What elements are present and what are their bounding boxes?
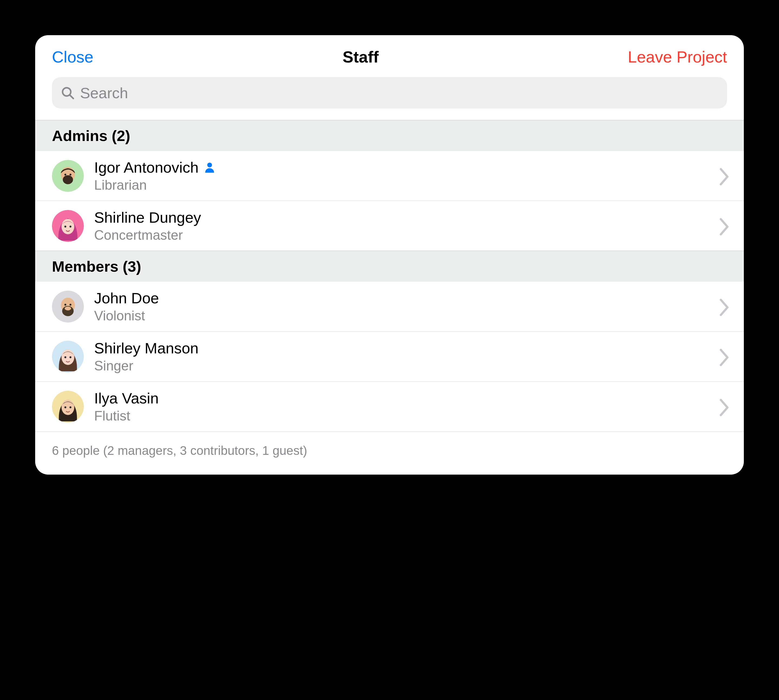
- search-input[interactable]: [80, 84, 719, 102]
- svg-point-5: [64, 173, 66, 175]
- list-item[interactable]: Shirline Dungey Concertmaster: [35, 200, 744, 250]
- avatar: [52, 391, 84, 423]
- chevron-right-icon: [719, 348, 730, 365]
- list-item-body: Shirley Manson Singer: [94, 339, 709, 374]
- current-user-icon: [203, 161, 216, 174]
- chevron-right-icon: [719, 298, 730, 315]
- person-role: Concertmaster: [94, 227, 709, 243]
- svg-point-19: [62, 350, 74, 365]
- svg-point-21: [70, 356, 72, 358]
- chevron-right-icon: [719, 217, 730, 235]
- person-name: Shirline Dungey: [94, 208, 201, 226]
- list-item[interactable]: John Doe Violonist: [35, 282, 744, 331]
- search-field[interactable]: [52, 77, 727, 108]
- svg-point-11: [70, 225, 72, 227]
- list-item[interactable]: Shirley Manson Singer: [35, 331, 744, 381]
- svg-line-1: [70, 95, 73, 98]
- svg-point-16: [64, 303, 66, 305]
- person-name: John Doe: [94, 289, 159, 307]
- section-header-members: Members (3): [35, 250, 744, 282]
- svg-point-4: [63, 175, 73, 184]
- modal-nav-bar: Close Staff Leave Project: [35, 35, 744, 74]
- search-container: [35, 74, 744, 120]
- svg-point-20: [64, 356, 66, 358]
- person-role: Singer: [94, 358, 709, 374]
- person-role: Violonist: [94, 308, 709, 323]
- svg-point-24: [64, 406, 66, 408]
- svg-point-17: [70, 303, 72, 305]
- modal-title: Staff: [343, 48, 379, 66]
- person-role: Flutist: [94, 408, 709, 424]
- avatar: [52, 210, 84, 242]
- chevron-right-icon: [719, 398, 730, 415]
- list-item[interactable]: Igor Antonovich Librarian: [35, 151, 744, 200]
- close-button[interactable]: Close: [52, 48, 93, 66]
- search-icon: [60, 85, 75, 100]
- staff-modal: Close Staff Leave Project Admins (2): [35, 35, 744, 475]
- list-item[interactable]: Ilya Vasin Flutist: [35, 381, 744, 431]
- person-name: Ilya Vasin: [94, 389, 159, 407]
- person-name: Igor Antonovich: [94, 158, 198, 176]
- list-item-body: Shirline Dungey Concertmaster: [94, 208, 709, 243]
- avatar: [52, 291, 84, 323]
- person-name: Shirley Manson: [94, 339, 198, 357]
- avatar: [52, 341, 84, 373]
- footer-summary: 6 people (2 managers, 3 contributors, 1 …: [35, 431, 744, 475]
- svg-point-6: [70, 173, 72, 175]
- person-role: Librarian: [94, 177, 709, 193]
- leave-project-button[interactable]: Leave Project: [628, 48, 727, 66]
- list-item-body: Igor Antonovich Librarian: [94, 158, 709, 193]
- svg-point-23: [62, 400, 74, 415]
- chevron-right-icon: [719, 167, 730, 185]
- section-header-admins: Admins (2): [35, 120, 744, 151]
- list-item-body: Ilya Vasin Flutist: [94, 389, 709, 424]
- list-item-body: John Doe Violonist: [94, 289, 709, 323]
- avatar: [52, 160, 84, 192]
- svg-point-7: [207, 162, 212, 167]
- svg-point-10: [64, 225, 66, 227]
- svg-point-15: [65, 307, 71, 310]
- svg-point-25: [70, 406, 72, 408]
